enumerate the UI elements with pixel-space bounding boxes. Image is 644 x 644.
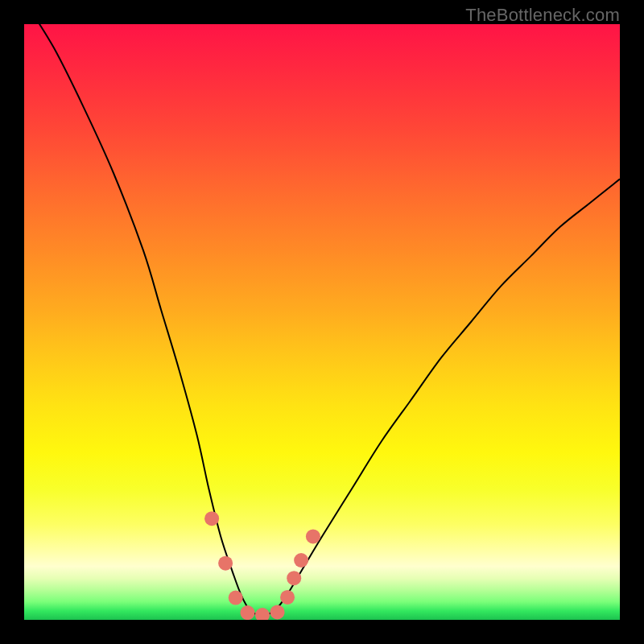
plot-area xyxy=(24,24,620,620)
curve-marker xyxy=(229,591,243,605)
curve-marker xyxy=(306,529,320,543)
curve-marker xyxy=(287,571,301,585)
curve-marker xyxy=(270,605,285,619)
curve-marker xyxy=(280,590,295,605)
bottleneck-curve-svg xyxy=(24,24,620,620)
chart-frame: TheBottleneck.com xyxy=(0,0,644,644)
curve-marker xyxy=(241,605,255,620)
curve-marker xyxy=(294,553,308,568)
marker-group xyxy=(204,511,320,620)
curve-marker xyxy=(255,608,270,620)
curve-marker xyxy=(204,511,219,526)
watermark-text: TheBottleneck.com xyxy=(465,5,620,26)
curve-marker xyxy=(218,556,233,571)
bottleneck-curve xyxy=(24,24,620,615)
